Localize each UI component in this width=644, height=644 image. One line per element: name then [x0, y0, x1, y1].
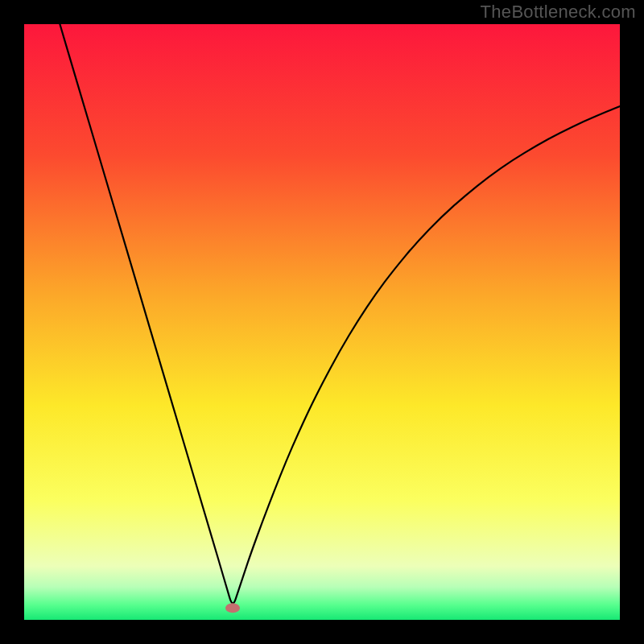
bottleneck-chart — [24, 24, 620, 620]
watermark-text: TheBottleneck.com — [481, 2, 636, 23]
optimum-marker — [225, 603, 240, 613]
chart-frame: TheBottleneck.com — [0, 0, 644, 644]
gradient-background — [24, 24, 620, 620]
